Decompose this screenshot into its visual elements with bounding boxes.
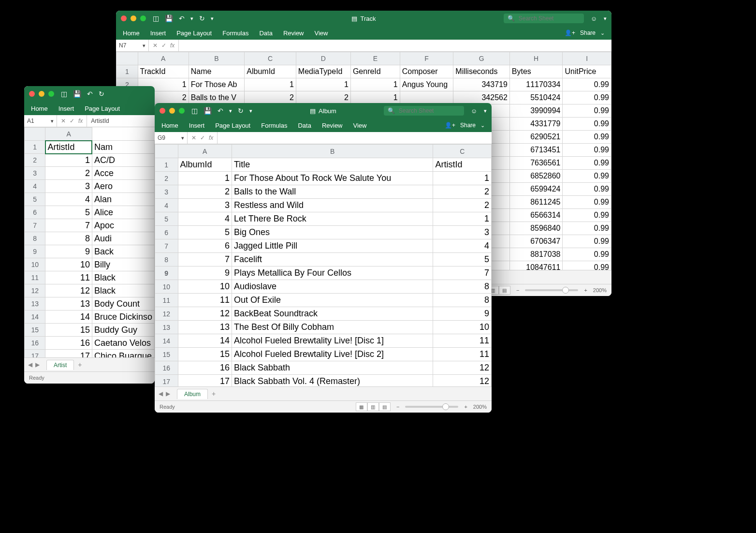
cell[interactable]: 15 [178,348,232,361]
cell[interactable]: 6852860 [509,170,563,183]
smiley-icon[interactable]: ☺ [591,15,597,22]
cell[interactable]: 6599424 [509,183,563,196]
column-header[interactable]: I [563,52,611,65]
cell[interactable]: Chico Buarque [92,350,154,358]
cell[interactable]: Alcohol Fueled Brewtality Live! [Disc 1] [232,334,433,348]
cell[interactable]: 12 [433,361,492,375]
row-header[interactable]: 11 [155,294,178,307]
zoom-icon[interactable] [179,108,185,114]
share-button[interactable]: Share [460,122,476,129]
cell[interactable]: 3 [433,226,492,239]
cell[interactable]: Name [189,65,245,78]
table-row[interactable]: 21AC/D [25,154,155,167]
cell[interactable]: 16 [178,361,232,375]
table-row[interactable]: 1111Out Of Exile8 [155,294,492,307]
table-row[interactable]: 1ArtistIdNam [25,141,155,154]
enter-icon[interactable]: ✓ [70,118,74,124]
fx-icon[interactable]: fx [209,134,213,141]
ribbon-tab-formulas[interactable]: Formulas [222,30,248,37]
cell[interactable]: UnitPrice [563,65,611,78]
row-header[interactable]: 16 [25,337,45,350]
ribbon-tab-data[interactable]: Data [298,122,311,129]
column-header[interactable]: D [296,52,350,65]
cell[interactable]: 1 [245,78,296,91]
feedback-menu-icon[interactable]: ▾ [604,15,607,22]
undo-icon[interactable]: ↶ [87,90,93,98]
cell[interactable]: BackBeat Soundtrack [232,307,433,321]
cell[interactable]: AC/D [92,154,154,167]
sheet-tab[interactable]: Artist [46,360,74,370]
undo-icon[interactable]: ↶ [218,107,223,115]
cell[interactable]: Black Sabbath [232,361,433,375]
table-row[interactable]: 88Audi [25,232,155,245]
column-header[interactable]: A [45,128,92,141]
row-header[interactable]: 9 [155,266,178,280]
table-row[interactable]: 99Plays Metallica By Four Cellos7 [155,266,492,280]
cell[interactable]: 7 [433,266,492,280]
ribbon-tab-insert[interactable]: Insert [150,30,166,37]
search-input[interactable] [518,15,573,22]
row-header[interactable]: 6 [155,226,178,239]
cell[interactable]: 14 [45,311,92,324]
qat-menu-icon[interactable]: ▾ [211,15,214,22]
cell[interactable]: 2 [45,167,92,180]
row-header[interactable]: 15 [155,348,178,361]
zoom-out-icon[interactable]: − [516,287,519,293]
cell[interactable] [400,91,453,104]
cell[interactable]: 1 [350,78,400,91]
cell[interactable]: 6713451 [509,144,563,157]
cell[interactable]: 0.99 [563,118,611,131]
ribbon-tab-home[interactable]: Home [161,122,178,129]
traffic-lights[interactable] [160,108,185,114]
table-row[interactable]: 65Alice [25,206,155,219]
row-header[interactable]: 5 [155,212,178,226]
cell[interactable]: 0.99 [563,170,611,183]
column-header[interactable]: H [509,52,563,65]
table-row[interactable]: 43Restless and Wild2 [155,199,492,212]
titlebar[interactable]: ◫ 💾 ↶ ▾ ↻ ▾ ▤ Track 🔍 ☺ ▾ [116,11,611,26]
table-row[interactable]: 1717Chico Buarque [25,350,155,358]
cell[interactable]: Billy [92,258,154,271]
cell[interactable]: Jagged Little Pill [232,239,433,253]
cell[interactable]: 7636561 [509,157,563,170]
cell[interactable]: 11 [433,334,492,348]
cell[interactable]: 8 [433,280,492,294]
undo-menu-icon[interactable]: ▾ [190,15,193,22]
cell[interactable]: Big Ones [232,226,433,239]
cancel-icon[interactable]: ✕ [61,118,66,124]
zoom-icon[interactable] [48,91,54,97]
ribbon-tab-review[interactable]: Review [322,122,343,129]
row-header[interactable]: 4 [155,199,178,212]
column-header[interactable]: A [138,52,189,65]
cell[interactable]: 0.99 [563,196,611,209]
row-header[interactable]: 12 [25,284,45,297]
row-header[interactable]: 6 [25,206,45,219]
cell[interactable]: 4331779 [509,118,563,131]
sheet-tab[interactable]: Album [177,389,208,399]
cell[interactable]: 12 [45,284,92,297]
cell[interactable]: Nam [92,141,154,154]
cell[interactable]: 6706347 [509,235,563,248]
cell[interactable]: Buddy Guy [92,324,154,337]
ribbon-tab-home[interactable]: Home [123,30,140,37]
qat-menu-icon[interactable]: ▾ [249,108,252,114]
table-row[interactable]: 32Balls to the V22134256255104240.99 [116,91,611,104]
cell[interactable]: AlbumId [178,158,232,172]
cell[interactable]: Aero [92,180,154,193]
cell[interactable]: 1 [296,78,350,91]
cell[interactable]: 10 [433,321,492,334]
close-icon[interactable] [121,15,127,21]
table-row[interactable]: 87Facelift5 [155,253,492,266]
cell[interactable]: Bytes [509,65,563,78]
cell[interactable]: Facelift [232,253,433,266]
table-row[interactable]: 1212BackBeat Soundtrack9 [155,307,492,321]
table-row[interactable]: 1515Buddy Guy [25,324,155,337]
row-header[interactable]: 15 [25,324,45,337]
cell[interactable]: Black [92,271,154,284]
table-row[interactable]: 1616Caetano Velos [25,337,155,350]
cell[interactable]: 6566314 [509,209,563,222]
ribbon-tab-view[interactable]: View [315,30,328,37]
column-header[interactable]: B [189,52,245,65]
cell[interactable]: 10 [178,280,232,294]
tab-prev-icon[interactable]: ◀ [28,361,32,368]
